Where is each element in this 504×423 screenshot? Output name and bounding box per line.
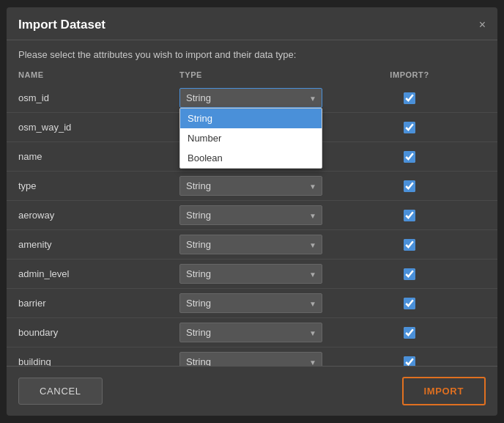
import-checkbox-type[interactable]	[404, 180, 415, 192]
table-row: buildingStringNumberBoolean▼	[7, 347, 497, 366]
table-row: boundaryStringNumberBoolean▼	[7, 318, 497, 347]
import-checkbox-osm_id[interactable]	[404, 92, 415, 104]
dropdown-option-number[interactable]: Number	[180, 128, 322, 148]
modal-title: Import Dataset	[18, 18, 105, 32]
row-name-admin_level: admin_level	[18, 268, 179, 279]
import-checkbox-admin_level[interactable]	[404, 268, 415, 280]
table-row: aerowayStringNumberBoolean▼	[7, 201, 497, 230]
import-checkbox-boundary[interactable]	[404, 327, 415, 339]
type-select-aeroway[interactable]: StringNumberBoolean	[179, 205, 322, 225]
import-checkbox-building[interactable]	[404, 356, 415, 367]
close-button[interactable]: ×	[479, 19, 486, 31]
row-import-osm_way_id	[333, 122, 486, 133]
column-header-name: NAME	[18, 70, 179, 79]
type-select-boundary[interactable]: StringNumberBoolean	[179, 323, 322, 342]
type-select-type[interactable]: StringNumberBoolean	[179, 176, 322, 196]
row-type-admin_level: StringNumberBoolean▼	[179, 264, 333, 284]
type-select-amenity[interactable]: StringNumberBoolean	[179, 235, 322, 254]
row-type-building: StringNumberBoolean▼	[179, 352, 333, 366]
row-name-osm_way_id: osm_way_id	[18, 122, 179, 133]
table-row: barrierStringNumberBoolean▼	[7, 289, 497, 318]
modal-footer: CANCEL IMPORT	[7, 366, 497, 416]
row-name-amenity: amenity	[18, 239, 179, 250]
table-header: NAME TYPE IMPORT?	[7, 66, 497, 84]
row-type-barrier: StringNumberBoolean▼	[179, 293, 333, 313]
row-type-boundary: StringNumberBoolean▼	[179, 323, 333, 342]
row-type-aeroway: StringNumberBoolean▼	[179, 205, 333, 225]
type-select-osm_id[interactable]: StringNumberBoolean	[179, 88, 322, 108]
row-import-aeroway	[333, 210, 486, 221]
row-name-name: name	[18, 151, 179, 162]
row-type-amenity: StringNumberBoolean▼	[179, 235, 333, 254]
modal-header: Import Dataset ×	[7, 7, 497, 40]
import-button[interactable]: IMPORT	[402, 377, 486, 405]
table-row: osm_idStringNumberBoolean▼StringNumberBo…	[7, 84, 497, 113]
row-import-amenity	[333, 239, 486, 251]
cancel-button[interactable]: CANCEL	[18, 378, 103, 405]
type-select-building[interactable]: StringNumberBoolean	[179, 352, 322, 366]
import-checkbox-barrier[interactable]	[404, 298, 415, 309]
row-import-admin_level	[333, 268, 486, 280]
table-body: osm_idStringNumberBoolean▼StringNumberBo…	[7, 84, 497, 366]
row-type-osm_id: StringNumberBoolean▼StringNumberBoolean	[179, 88, 333, 108]
import-checkbox-aeroway[interactable]	[404, 210, 415, 221]
row-name-osm_id: osm_id	[18, 92, 179, 103]
row-import-type	[333, 180, 486, 192]
import-checkbox-name[interactable]	[404, 151, 415, 163]
row-import-barrier	[333, 298, 486, 309]
row-name-boundary: boundary	[18, 327, 179, 338]
row-name-building: building	[18, 356, 179, 366]
table-row: typeStringNumberBoolean▼	[7, 172, 497, 201]
row-name-type: type	[18, 180, 179, 191]
type-select-admin_level[interactable]: StringNumberBoolean	[179, 264, 322, 284]
table-row: admin_levelStringNumberBoolean▼	[7, 260, 497, 289]
row-name-barrier: barrier	[18, 298, 179, 309]
dropdown-popup: StringNumberBoolean	[179, 108, 322, 169]
row-name-aeroway: aeroway	[18, 210, 179, 221]
row-import-building	[333, 356, 486, 367]
dropdown-option-boolean[interactable]: Boolean	[180, 148, 322, 168]
import-checkbox-osm_way_id[interactable]	[404, 122, 415, 133]
import-dataset-modal: Import Dataset × Please select the attri…	[7, 7, 497, 416]
import-checkbox-amenity[interactable]	[404, 239, 415, 251]
row-type-type: StringNumberBoolean▼	[179, 176, 333, 196]
row-import-osm_id	[333, 92, 486, 104]
row-import-name	[333, 151, 486, 163]
column-header-type: TYPE	[179, 70, 333, 79]
table-row: amenityStringNumberBoolean▼	[7, 230, 497, 260]
modal-description: Please select the attributes you wish to…	[7, 40, 497, 66]
modal-overlay: Import Dataset × Please select the attri…	[0, 0, 504, 423]
type-select-barrier[interactable]: StringNumberBoolean	[179, 293, 322, 313]
row-import-boundary	[333, 327, 486, 339]
column-header-import: IMPORT?	[333, 70, 486, 79]
dropdown-option-string[interactable]: String	[180, 108, 322, 128]
